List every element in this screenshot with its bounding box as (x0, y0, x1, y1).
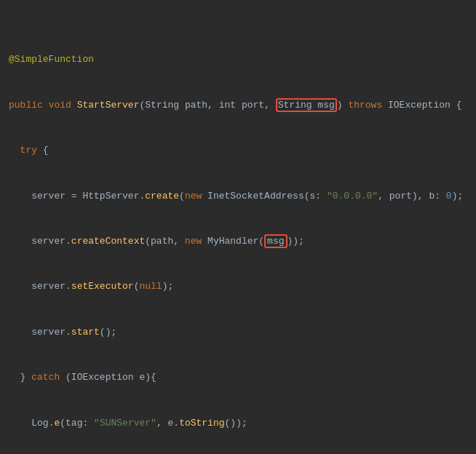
annotation-line: @SimpleFunction (7, 52, 476, 68)
code-content: @SimpleFunction public void StartServer(… (7, 7, 476, 454)
context-line: server.createContext(path, new MyHandler… (7, 234, 476, 250)
executor-line: server.setExecutor(null); (7, 279, 476, 295)
try-line: try { (7, 143, 476, 159)
method-signature-line: public void StartServer(String path, int… (7, 98, 476, 114)
log-line: Log.e(tag: "SUNServer", e.toString()); (7, 416, 476, 431)
code-editor: @SimpleFunction public void StartServer(… (7, 7, 476, 454)
server-create-line: server = HttpServer.create(new InetSocke… (7, 189, 476, 204)
start-line: server.start(); (7, 325, 476, 340)
catch-line: } catch (IOException e){ (7, 370, 476, 386)
